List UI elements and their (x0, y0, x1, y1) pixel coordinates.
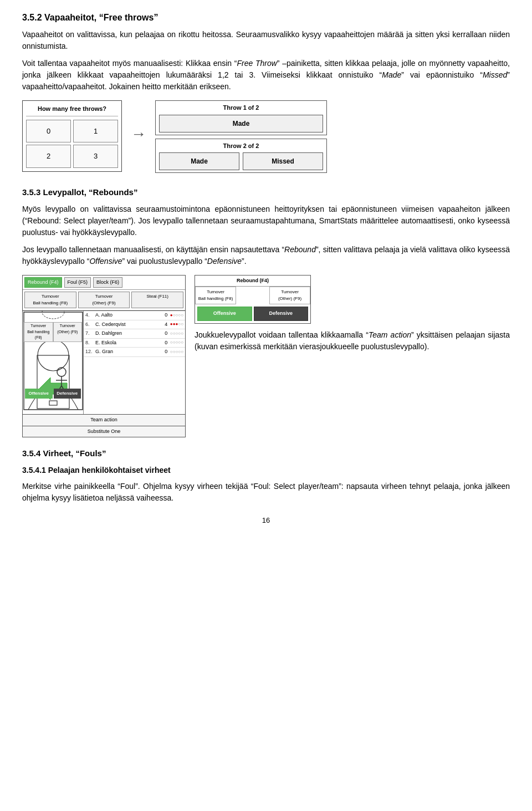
small-reb-center (236, 287, 269, 304)
player-row-eskola: 8. E. Eskola 0 ○○○○○ (84, 339, 185, 348)
players-list: 4. A. Aalto 0 ●○○○○ 6. C. Cederqvist 4 ●… (84, 311, 185, 357)
steal-btn[interactable]: Steal (F11) (131, 292, 183, 308)
team-action-term: Team action (369, 330, 411, 339)
svg-rect-3 (49, 401, 57, 405)
ss-header-row: Rebound (F4) Foul (F5) Block (F6) (23, 276, 185, 290)
ft-count-0[interactable]: 0 (26, 120, 71, 143)
ft-throws-diagram: Throw 1 of 2 Made Throw 2 of 2 Made Miss… (155, 100, 327, 176)
free-throws-heading: 3.5.2 Vapaaheitot, “Free throws” (22, 11, 510, 24)
turnover-labels: TurnoverBall handling (F8) Turnover(Othe… (23, 322, 83, 342)
turnover-bh-btn[interactable]: TurnoverBall handling (F8) (24, 292, 76, 308)
rebounds-diagrams: Rebound (F4) Foul (F5) Block (F6) Turnov… (22, 275, 510, 438)
player-row-ceder: 6. C. Cederqvist 4 ●●●○○ (84, 320, 185, 330)
rebounds-right-content: Rebound (F4) TurnoverBall handling (F8) … (195, 275, 510, 358)
substitute-btn[interactable]: Substitute One (22, 426, 186, 438)
reb-para2-or: ” vai puolustuslevypallo “ (122, 257, 207, 266)
offensive-btn[interactable]: Offensive (25, 389, 53, 399)
foul-btn[interactable]: Foul (F5) (64, 277, 91, 288)
ft-count-title: How many free throws? (26, 104, 118, 116)
player-row-gran: 12. G. Gran 0 ○○○○○ (84, 348, 185, 357)
fouls-section: 3.5.4 Virheet, “Fouls” 3.5.4.1 Pelaajan … (22, 447, 510, 504)
to-bh-label: TurnoverBall handling (F8) (24, 322, 53, 342)
rebounds-section: 3.5.3 Levypallot, “Rebounds” Myös levypa… (22, 186, 510, 437)
small-defensive-btn[interactable]: Defensive (254, 307, 309, 321)
ft-count-1[interactable]: 1 (73, 120, 118, 143)
svg-point-6 (57, 368, 66, 376)
page-number: 16 (22, 515, 510, 526)
throw2-made-btn[interactable]: Made (159, 152, 239, 170)
player-row-dahlgren: 7. D. Dahlgren 0 ○○○○○ (84, 329, 185, 339)
throw2-title: Throw 2 of 2 (159, 141, 323, 151)
reb-para3-start: Joukkuelevypallot voidaan tallentaa klik… (195, 330, 369, 339)
turnover-other-btn[interactable]: Turnover(Other) (F9) (78, 292, 130, 308)
ft-count-3[interactable]: 3 (73, 145, 118, 168)
rebounds-para1: Myös levypallo on valittavissa seuraamus… (22, 203, 510, 238)
free-throws-diagrams: How many free throws? 0 1 2 3 → Throw 1 … (22, 100, 510, 176)
court-diagram: Offensive Defensive TurnoverBall handlin… (23, 311, 84, 414)
throw1-made-btn[interactable]: Made (159, 115, 323, 132)
to-other-label: Turnover(Other) (F9) (53, 322, 83, 342)
para2-start: Voit tallentaa vapaaheitot myös manuaali… (22, 59, 237, 68)
defensive-btn[interactable]: Defensive (54, 389, 81, 399)
fouls-para1: Merkitse virhe painikkeella “Foul”. Ohje… (22, 481, 510, 504)
offensive-term: Offensive (89, 257, 122, 266)
rebound-term: Rebound (284, 245, 316, 254)
small-reb-diagram: Rebound (F4) TurnoverBall handling (F8) … (195, 275, 311, 324)
throw2-section: Throw 2 of 2 Made Missed (155, 139, 327, 174)
block-btn[interactable]: Block (F6) (93, 277, 122, 288)
missed-term: Missed (483, 70, 507, 79)
rebounds-heading: 3.5.3 Levypallot, “Rebounds” (22, 186, 510, 199)
small-reb-middle: TurnoverBall handling (F8) Turnover(Othe… (195, 287, 310, 304)
ss-main-diagram: Rebound (F4) Foul (F5) Block (F6) Turnov… (22, 275, 186, 438)
small-reb-buttons: Offensive Defensive (195, 304, 310, 323)
ss-header-box: Rebound (F4) Foul (F5) Block (F6) Turnov… (22, 275, 186, 312)
team-action-btn[interactable]: Team action (22, 415, 186, 426)
ft-arrow: → (131, 100, 146, 146)
reb-para2-start: Jos levypallo tallennetaan manuaalisesti… (22, 245, 284, 254)
free-throw-term: Free Throw (237, 59, 277, 68)
throw2-buttons: Made Missed (159, 152, 323, 170)
rebound-btn[interactable]: Rebound (F4) (24, 277, 62, 288)
player-row-aalto: 4. A. Aalto 0 ●○○○○ (84, 311, 185, 320)
throw1-section: Throw 1 of 2 Made (155, 100, 327, 135)
small-reb-header: Rebound (F4) (195, 276, 310, 287)
ft-count-grid: 0 1 2 3 (26, 120, 118, 168)
ss-court-players: Offensive Defensive TurnoverBall handlin… (22, 311, 186, 415)
small-reb-right: Turnover(Other) (F9) (269, 287, 310, 304)
throw2-missed-btn[interactable]: Missed (243, 152, 323, 170)
free-throws-para2: Voit tallentaa vapaaheitot myös manuaali… (22, 58, 510, 93)
small-reb-left: TurnoverBall handling (F8) (195, 287, 236, 304)
rebounds-para3: Joukkuelevypallot voidaan tallentaa klik… (195, 329, 510, 353)
off-def-labels: Offensive Defensive (25, 389, 81, 399)
fouls-heading: 3.5.4 Virheet, “Fouls” (22, 447, 510, 460)
free-throws-section: 3.5.2 Vapaaheitot, “Free throws” Vapaahe… (22, 11, 510, 176)
small-offensive-btn[interactable]: Offensive (197, 307, 252, 321)
para2-or: ” vai epäonnistuiko “ (401, 70, 483, 79)
defensive-term: Defensive (207, 257, 242, 266)
throw1-title: Throw 1 of 2 (159, 103, 323, 113)
reb-para2-end: ”. (242, 257, 247, 266)
rebounds-para2: Jos levypallo tallennetaan manuaalisesti… (22, 244, 510, 267)
players-list-container: 4. A. Aalto 0 ●○○○○ 6. C. Cederqvist 4 ●… (84, 311, 185, 414)
ft-count-2[interactable]: 2 (26, 145, 71, 168)
ss-actions-row: TurnoverBall handling (F8) Turnover(Othe… (23, 290, 185, 310)
ft-count-diagram: How many free throws? 0 1 2 3 (22, 100, 122, 172)
free-throws-para1: Vapaaheitot on valittavissa, kun pelaaja… (22, 29, 510, 52)
throw1-buttons: Made (159, 115, 323, 132)
fouls-subheading: 3.5.4.1 Pelaajan henkilökohtaiset virhee… (22, 465, 510, 476)
made-term: Made (382, 70, 401, 79)
